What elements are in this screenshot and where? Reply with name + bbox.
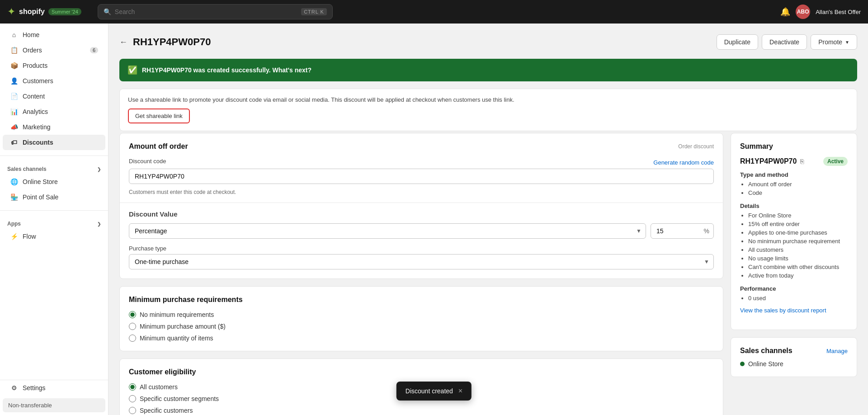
sidebar-item-customers[interactable]: 👤 Customers (3, 73, 105, 89)
copy-icon[interactable]: ⎘ (800, 158, 804, 165)
sidebar-item-settings[interactable]: ⚙ Settings (3, 380, 105, 396)
sidebar-item-analytics[interactable]: 📊 Analytics (3, 104, 105, 119)
sidebar-apps: Apps ❯ ⚡ Flow (0, 212, 108, 248)
discount-code-label: Discount code (129, 158, 166, 165)
sales-channels-card: Sales channels Manage Online Store (731, 337, 857, 377)
sidebar-item-products[interactable]: 📦 Products (3, 58, 105, 73)
sidebar-bottom: ⚙ Settings Non-transferable (0, 380, 108, 415)
view-report-link[interactable]: View the sales by discount report (740, 307, 826, 314)
performance-used: 0 used (748, 295, 848, 302)
type-method-item-1: Code (748, 189, 848, 196)
manage-link[interactable]: Manage (826, 348, 848, 354)
type-method-section: Type and method Amount off order Code (740, 171, 848, 196)
duplicate-button[interactable]: Duplicate (717, 34, 758, 50)
non-transferable-banner[interactable]: Non-transferable (3, 398, 105, 412)
generate-random-code-link[interactable]: Generate random code (653, 159, 714, 166)
radio-specific-segments-input[interactable] (129, 395, 136, 402)
header-actions: Duplicate Deactivate Promote ▼ (717, 34, 857, 50)
shopify-logo-icon: ✦ (7, 6, 15, 18)
code-hint: Customers must enter this code at checko… (129, 189, 714, 195)
search-input[interactable] (115, 8, 297, 15)
promote-label: Promote (818, 38, 842, 46)
sc-online-store: Online Store (740, 360, 848, 368)
radio-min-amount-input[interactable] (129, 323, 136, 330)
sidebar-item-label: Products (23, 62, 47, 69)
sidebar-item-label: Home (23, 31, 39, 38)
home-icon: ⌂ (10, 31, 18, 39)
order-discount-subtitle: Order discount (678, 143, 714, 150)
performance-title: Performance (740, 285, 848, 292)
back-button[interactable]: ← (119, 38, 127, 47)
details-item-3: No minimum purchase requirement (748, 238, 848, 245)
percent-input-wrapper: % (651, 223, 714, 239)
discount-code-input[interactable] (129, 169, 714, 184)
sidebar-item-home[interactable]: ⌂ Home (3, 27, 105, 42)
sidebar-item-label: Orders (23, 47, 42, 54)
purchase-type-select[interactable]: One-time purchase Subscription Both (129, 254, 714, 269)
sc-header: Sales channels Manage (740, 347, 848, 355)
discount-value-label: Discount Value (129, 210, 714, 218)
left-column: Amount off order Order discount Discount… (119, 133, 723, 415)
sc-channel-label: Online Store (748, 360, 783, 368)
summer-badge: Summer '24 (48, 8, 81, 15)
radio-specific-customers-input[interactable] (129, 407, 136, 414)
discount-code-row: Discount code Generate random code (129, 158, 714, 167)
radio-specific-customers-label: Specific customers (140, 407, 193, 414)
radio-specific-customers[interactable]: Specific customers (129, 407, 714, 414)
sidebar-item-orders[interactable]: 📋 Orders 6 (3, 42, 105, 58)
radio-min-qty-input[interactable] (129, 335, 136, 342)
content-grid: Amount off order Order discount Discount… (119, 133, 857, 415)
type-method-list: Amount off order Code (740, 181, 848, 196)
orders-icon: 📋 (10, 46, 18, 54)
search-shortcut: CTRL K (301, 8, 327, 15)
sidebar-item-label: Content (23, 93, 45, 100)
summary-code-row: RH1YP4PW0P70 ⎘ Active (740, 157, 848, 166)
radio-no-min-input[interactable] (129, 311, 136, 318)
sidebar-item-label: Settings (23, 384, 46, 391)
share-description: Use a shareable link to promote your dis… (128, 96, 849, 103)
avatar[interactable]: ABO (796, 5, 810, 19)
radio-min-qty-label: Minimum quantity of items (140, 335, 213, 342)
sidebar-item-label: Discounts (23, 139, 53, 146)
share-info-card: Use a shareable link to promote your dis… (119, 89, 857, 131)
details-item-4: All customers (748, 246, 848, 253)
details-item-2: Applies to one-time purchases (748, 229, 848, 236)
sidebar-item-flow[interactable]: ⚡ Flow (3, 229, 105, 244)
performance-list: 0 used (740, 295, 848, 302)
details-title: Details (740, 203, 848, 209)
radio-all-customers-input[interactable] (129, 383, 136, 391)
percent-symbol: % (704, 227, 709, 235)
radio-min-qty[interactable]: Minimum quantity of items (129, 335, 714, 342)
topbar-right: 🔔 ABO Allan's Best Offer (780, 5, 861, 19)
sidebar-item-marketing[interactable]: 📣 Marketing (3, 119, 105, 135)
apps-header[interactable]: Apps ❯ (0, 216, 108, 229)
search-bar[interactable]: 🔍 CTRL K (98, 4, 333, 19)
min-purchase-card: Minimum purchase requirements No minimum… (119, 286, 723, 351)
success-text: RH1YP4PW0P70 was created successfully. W… (142, 66, 311, 74)
radio-min-amount-label: Minimum purchase amount ($) (140, 323, 226, 330)
get-shareable-link-button[interactable]: Get shareable link (128, 108, 190, 123)
notifications-button[interactable]: 🔔 (780, 7, 790, 17)
type-method-item-0: Amount off order (748, 181, 848, 188)
sidebar-item-discounts[interactable]: 🏷 Discounts (3, 135, 105, 150)
percentage-select[interactable]: Percentage Fixed amount (129, 223, 646, 239)
radio-no-min[interactable]: No minimum requirements (129, 311, 714, 318)
marketing-icon: 📣 (10, 123, 18, 131)
details-section: Details For Online Store 15% off entire … (740, 203, 848, 279)
summary-code: RH1YP4PW0P70 (740, 157, 797, 165)
radio-min-amount[interactable]: Minimum purchase amount ($) (129, 323, 714, 330)
sidebar-item-pos[interactable]: 🏪 Point of Sale (3, 189, 105, 205)
amount-off-card: Amount off order Order discount Discount… (119, 133, 723, 279)
sales-channels-header[interactable]: Sales channels ❯ (0, 161, 108, 174)
customer-eligibility-title: Customer eligibility (129, 368, 714, 376)
performance-section: Performance 0 used View the sales by dis… (740, 285, 848, 314)
search-icon: 🔍 (104, 8, 111, 15)
sidebar-item-online-store[interactable]: 🌐 Online Store (3, 174, 105, 189)
store-icon: 🌐 (10, 178, 18, 186)
promote-button[interactable]: Promote ▼ (811, 34, 857, 50)
sidebar-item-label: Analytics (23, 108, 48, 115)
sidebar-item-content[interactable]: 📄 Content (3, 89, 105, 104)
customers-icon: 👤 (10, 77, 18, 85)
deactivate-button[interactable]: Deactivate (762, 34, 807, 50)
toast-close-button[interactable]: × (458, 387, 462, 395)
